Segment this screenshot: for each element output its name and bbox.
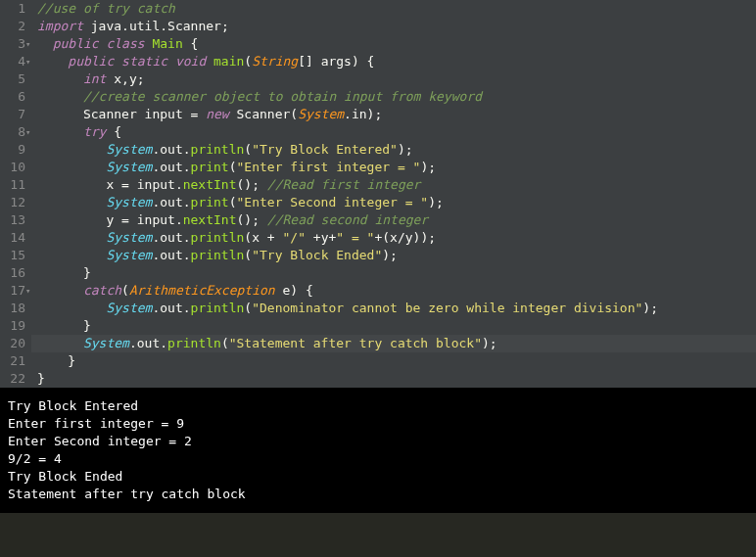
line-number: 21 bbox=[6, 352, 25, 370]
token-punct: ( bbox=[121, 283, 129, 298]
token-default bbox=[260, 177, 267, 192]
token-string: "Try Block Entered" bbox=[252, 142, 398, 157]
code-line[interactable]: ▾ public static void main(String[] args)… bbox=[31, 53, 756, 70]
token-system: System bbox=[83, 336, 129, 350]
code-line[interactable]: ▾ public class Main { bbox=[31, 35, 756, 53]
token-punct: ( bbox=[221, 336, 229, 350]
token-default: Scanner input bbox=[37, 107, 191, 121]
token-type: void bbox=[175, 54, 206, 69]
code-line[interactable]: Scanner input = new Scanner(System.in); bbox=[31, 106, 756, 123]
code-line[interactable]: System.out.println("Statement after try … bbox=[31, 335, 756, 352]
code-area[interactable]: //use of try catchimport java.util.Scann… bbox=[31, 0, 756, 388]
code-line[interactable]: } bbox=[31, 264, 756, 282]
line-number: 4 bbox=[6, 53, 25, 70]
token-punct: ) bbox=[244, 177, 252, 192]
token-punct: . bbox=[344, 107, 352, 121]
code-line[interactable]: System.out.println("Denominator cannot b… bbox=[31, 300, 756, 317]
token-punct: ; bbox=[252, 212, 260, 227]
token-punct: + bbox=[313, 230, 321, 245]
token-punct: ) bbox=[398, 142, 405, 157]
code-line[interactable]: System.out.println(x + "/" +y+" = "+(x/y… bbox=[31, 229, 756, 247]
token-method: println bbox=[191, 301, 245, 315]
token-default: out bbox=[137, 336, 160, 350]
token-type: int bbox=[83, 71, 106, 86]
code-line[interactable]: System.out.print("Enter first integer = … bbox=[31, 159, 756, 176]
token-punct: ; bbox=[221, 19, 229, 33]
code-line[interactable]: //create scanner object to obtain input … bbox=[31, 88, 756, 106]
token-punct: . bbox=[183, 160, 191, 174]
token-punct: ; bbox=[405, 142, 413, 157]
token-keyword: new bbox=[206, 107, 228, 121]
token-system: System bbox=[106, 195, 152, 209]
token-default bbox=[37, 230, 106, 245]
token-default: input bbox=[129, 212, 175, 227]
code-line[interactable]: x = input.nextInt(); //Read first intege… bbox=[31, 176, 756, 194]
code-line[interactable]: System.out.print("Enter Second integer =… bbox=[31, 194, 756, 211]
token-punct: [] bbox=[298, 54, 313, 69]
line-number: 1 bbox=[6, 0, 25, 18]
code-editor[interactable]: 12345678910111213141516171819202122 //us… bbox=[0, 0, 756, 388]
token-default: Scanner bbox=[229, 107, 291, 121]
token-default bbox=[37, 301, 106, 315]
fold-icon[interactable]: ▾ bbox=[25, 53, 30, 70]
token-punct: { bbox=[191, 36, 199, 51]
code-line[interactable]: y = input.nextInt(); //Read second integ… bbox=[31, 211, 756, 229]
token-default: y bbox=[405, 230, 413, 245]
token-default: Scanner bbox=[167, 19, 221, 33]
token-default bbox=[37, 336, 83, 350]
token-default: x bbox=[252, 230, 267, 245]
fold-icon[interactable]: ▾ bbox=[25, 282, 30, 300]
line-number: 18 bbox=[6, 300, 25, 317]
token-default bbox=[37, 54, 68, 69]
token-exception: ArithmeticException bbox=[129, 283, 275, 298]
token-keyword: catch bbox=[83, 283, 121, 298]
token-default bbox=[37, 142, 106, 157]
token-default bbox=[359, 54, 367, 69]
line-number: 6 bbox=[6, 88, 25, 106]
token-method: println bbox=[191, 230, 245, 245]
token-comment: //Read second integer bbox=[267, 212, 428, 227]
token-system: System bbox=[106, 230, 152, 245]
token-punct: . bbox=[129, 336, 137, 350]
token-default: in bbox=[352, 107, 367, 121]
token-default: input bbox=[129, 177, 175, 192]
token-punct: ( bbox=[382, 230, 390, 245]
code-line[interactable]: int x,y; bbox=[31, 70, 756, 88]
token-punct: ( bbox=[244, 301, 252, 315]
line-number: 20 bbox=[6, 335, 25, 352]
token-string: "Try Block Ended" bbox=[252, 248, 382, 262]
token-punct: . bbox=[160, 336, 167, 350]
token-system: System bbox=[106, 248, 152, 262]
token-default bbox=[167, 54, 175, 69]
token-keyword: public bbox=[68, 54, 114, 69]
token-system: System bbox=[106, 142, 152, 157]
token-string: " = " bbox=[336, 230, 374, 245]
code-line[interactable]: import java.util.Scanner; bbox=[31, 18, 756, 35]
code-line[interactable]: ▾ try { bbox=[31, 123, 756, 141]
code-line[interactable]: System.out.println("Try Block Entered"); bbox=[31, 141, 756, 159]
code-line[interactable]: ▾ catch(ArithmeticException e) { bbox=[31, 282, 756, 300]
token-string: "Enter Second integer = " bbox=[237, 195, 429, 209]
token-punct: . bbox=[183, 195, 191, 209]
token-system: System bbox=[106, 301, 152, 315]
code-line[interactable]: } bbox=[31, 317, 756, 335]
code-line[interactable]: //use of try catch bbox=[31, 0, 756, 18]
code-line[interactable]: } bbox=[31, 370, 756, 388]
token-keyword: import bbox=[37, 19, 83, 33]
token-default: java bbox=[83, 19, 121, 33]
fold-icon[interactable]: ▾ bbox=[25, 123, 30, 141]
token-method: println bbox=[191, 142, 245, 157]
token-keyword: public bbox=[53, 36, 99, 51]
code-line[interactable]: } bbox=[31, 352, 756, 370]
token-punct: ; bbox=[650, 301, 658, 315]
token-punct: ( bbox=[229, 195, 237, 209]
token-default: x bbox=[37, 177, 121, 192]
token-string: "Enter first integer = " bbox=[237, 160, 421, 174]
fold-icon[interactable]: ▾ bbox=[25, 35, 30, 53]
token-method: print bbox=[191, 160, 229, 174]
token-default: out bbox=[160, 301, 182, 315]
code-line[interactable]: System.out.println("Try Block Ended"); bbox=[31, 247, 756, 264]
token-punct: ) bbox=[382, 248, 390, 262]
line-number: 3 bbox=[6, 35, 25, 53]
token-punct: . bbox=[183, 230, 191, 245]
